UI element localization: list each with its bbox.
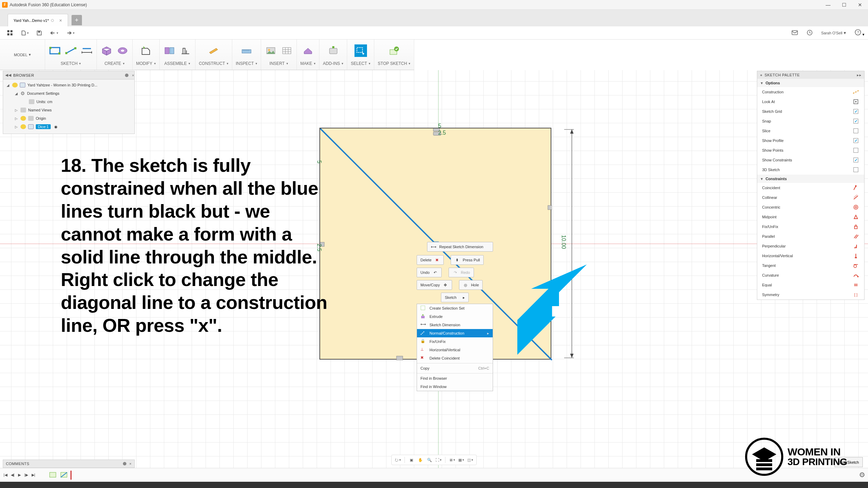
grid-settings-button[interactable]: ▦ <box>458 456 465 463</box>
ctx-extrude[interactable]: Extrude <box>417 312 493 321</box>
addins-icon[interactable] <box>327 44 340 57</box>
palette-option-show-constraints[interactable]: Show Constraints✓ <box>757 155 864 165</box>
palette-option-look-at[interactable]: Look At <box>757 97 864 107</box>
checkbox[interactable]: ✓ <box>852 138 859 143</box>
ctx-repeat-sketch-dimension[interactable]: ⟷ Repeat Sketch Dimension <box>427 242 493 252</box>
activate-radio-icon[interactable]: ◉ <box>54 125 58 129</box>
undo-button[interactable] <box>47 29 61 37</box>
ribbon-select-label[interactable]: SELECT <box>351 61 370 66</box>
new-tab-button[interactable]: + <box>72 15 82 25</box>
ctx-find-in-browser[interactable]: Find in Browser <box>417 374 493 382</box>
checkbox[interactable]: ✓ <box>852 109 859 114</box>
create-torus-icon[interactable] <box>116 44 129 57</box>
ctx-redo[interactable]: ↷Redo <box>449 268 474 277</box>
close-icon[interactable]: × <box>129 462 132 466</box>
minimize-button[interactable]: — <box>820 0 836 10</box>
browser-settings-icon[interactable] <box>125 74 128 77</box>
timeline-feature-sketch2-icon[interactable] <box>60 471 68 479</box>
comments-panel[interactable]: COMMENTS × <box>3 460 135 468</box>
construct-plane-icon[interactable] <box>207 44 220 57</box>
palette-header[interactable]: ●SKETCH PALETTE▸▸ <box>757 71 864 79</box>
ctx-sketch-submenu[interactable]: Sketch▸ <box>441 293 469 302</box>
palette-section-constraints[interactable]: Constraints <box>766 177 787 181</box>
display-settings-button[interactable]: 🖥 <box>449 456 456 463</box>
document-tab[interactable]: Yard Yah...Demo v1* × <box>8 14 68 26</box>
ribbon-construct-label[interactable]: CONSTRUCT <box>199 61 228 66</box>
settings-gear-button[interactable]: ⚙ <box>859 471 865 479</box>
palette-option-show-points[interactable]: Show Points <box>757 145 864 155</box>
palette-option-3d-sketch[interactable]: 3D Sketch <box>757 165 864 175</box>
constraint-collinear[interactable]: Collinear <box>757 193 864 202</box>
palette-option-slice[interactable]: Slice <box>757 126 864 136</box>
sketch-line-icon[interactable] <box>65 44 77 57</box>
tree-units[interactable]: Units: cm <box>5 98 132 106</box>
maximize-button[interactable]: ☐ <box>836 0 852 10</box>
constraint-parallel[interactable]: Parallel <box>757 232 864 241</box>
constraint-midpoint[interactable]: Midpoint <box>757 212 864 222</box>
fit-button[interactable]: ⛶ <box>435 456 442 463</box>
tree-doc-settings[interactable]: ◢⚙Document Settings <box>5 89 132 98</box>
checkbox[interactable] <box>852 148 859 153</box>
modify-presspull-icon[interactable] <box>140 44 152 57</box>
lookat-icon[interactable] <box>852 99 859 104</box>
ribbon-addins-label[interactable]: ADD-INS <box>323 61 343 66</box>
close-window-button[interactable]: ✕ <box>852 0 868 10</box>
tree-dice[interactable]: ▷Dice:1◉ <box>5 123 132 131</box>
constraint-concentric[interactable]: Concentric <box>757 202 864 212</box>
ctx-sketch-dimension[interactable]: ⟷Sketch Dimension <box>417 321 493 329</box>
checkbox[interactable]: ✓ <box>852 158 859 162</box>
insert-mesh-icon[interactable] <box>281 44 293 57</box>
ribbon-assemble-label[interactable]: ASSEMBLE <box>164 61 190 66</box>
ctx-create-selection-set[interactable]: Create Selection Set <box>417 304 493 312</box>
expand-palette-icon[interactable]: ▸▸ <box>857 73 861 77</box>
constraint-horizontal-vertical[interactable]: Horizontal/Vertical <box>757 251 864 261</box>
zoom-button[interactable]: 🔍 <box>426 456 433 463</box>
ctx-delete[interactable]: Delete✖ <box>417 255 444 265</box>
palette-section-options[interactable]: Options <box>766 81 780 85</box>
checkbox[interactable] <box>852 167 859 172</box>
workspace-model-button[interactable]: MODEL▾ <box>14 52 31 57</box>
comments-settings-icon[interactable] <box>123 462 126 465</box>
ctx-delete-coincident[interactable]: ✖Delete Coincident <box>417 354 493 362</box>
tree-root[interactable]: ◢Yard Yahtzee - Women in 3D Printing D..… <box>5 81 132 89</box>
file-menu-button[interactable] <box>18 29 32 37</box>
sketch-dimension-icon[interactable] <box>81 44 93 57</box>
palette-option-show-profile[interactable]: Show Profile✓ <box>757 136 864 145</box>
tree-origin[interactable]: ▷Origin <box>5 114 132 123</box>
timeline-play-button[interactable]: ▶ <box>18 473 21 477</box>
constraint-symmetry[interactable]: Symmetry[ ] <box>757 290 864 300</box>
data-panel-button[interactable] <box>4 28 16 37</box>
user-menu[interactable]: Sarah O'Sell ▾ <box>821 30 846 35</box>
constraint-perpendicular[interactable]: Perpendicular <box>757 241 864 251</box>
ctx-undo[interactable]: Undo↶ <box>417 268 442 277</box>
palette-option-snap[interactable]: Snap✓ <box>757 116 864 126</box>
timeline-forward-button[interactable]: |▶ <box>24 473 28 477</box>
ctx-fix-unfix[interactable]: 🔒Fix/UnFix <box>417 337 493 346</box>
palette-option-construction[interactable]: Construction <box>757 87 864 97</box>
orbit-button[interactable]: ⭮ <box>394 456 401 463</box>
constraint-curvature[interactable]: Curvature <box>757 270 864 280</box>
sketch-rectangle-icon[interactable] <box>49 44 61 57</box>
ctx-movecopy[interactable]: Move/Copy✥ <box>417 280 452 290</box>
ribbon-modify-label[interactable]: MODIFY <box>136 61 156 66</box>
constraint-equal[interactable]: Equal <box>757 280 864 290</box>
palette-option-sketch-grid[interactable]: Sketch Grid✓ <box>757 107 864 116</box>
stop-sketch-icon[interactable] <box>388 44 400 57</box>
timeline-feature-sketch-icon[interactable] <box>49 471 57 479</box>
inspect-measure-icon[interactable] <box>240 44 253 57</box>
constraint-tangent[interactable]: Tangent <box>757 261 864 270</box>
ctx-hole[interactable]: ◎Hole <box>459 280 483 290</box>
help-icon[interactable]: ? ▾ <box>854 29 865 37</box>
timeline-marker[interactable] <box>70 471 72 480</box>
lookat-button[interactable]: ▣ <box>408 456 415 463</box>
bulb-icon[interactable] <box>12 83 18 87</box>
viewport-button[interactable]: ◫ <box>467 456 474 463</box>
ribbon-sketch-label[interactable]: SKETCH <box>61 61 81 66</box>
checkbox[interactable]: ✓ <box>852 119 859 124</box>
close-tab-button[interactable]: × <box>59 18 62 23</box>
make-3dprint-icon[interactable] <box>302 44 314 57</box>
notifications-icon[interactable] <box>791 30 798 36</box>
timeline-start-button[interactable]: |◀ <box>3 473 7 477</box>
select-icon[interactable] <box>354 44 367 57</box>
ctx-find-in-window[interactable]: Find in Window <box>417 382 493 391</box>
